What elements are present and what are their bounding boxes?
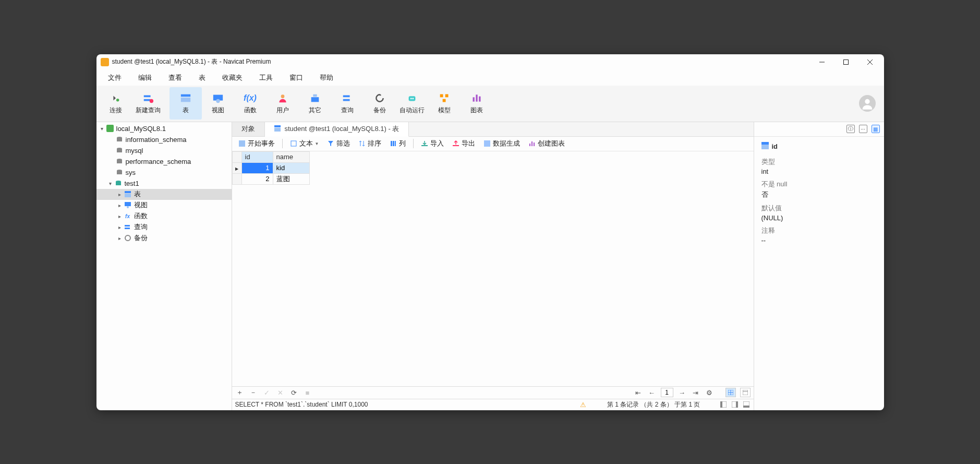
tool-other[interactable]: 其它 xyxy=(299,87,331,120)
tool-func[interactable]: f(x) 函数 xyxy=(234,87,267,120)
chevron-right-icon[interactable]: ▸ xyxy=(116,224,124,230)
import-button[interactable]: 导入 xyxy=(418,138,447,149)
add-row-button[interactable]: ＋ xyxy=(235,388,245,397)
column-tab-icon[interactable]: ▦ xyxy=(872,125,880,133)
prop-label: 注释 xyxy=(761,226,877,235)
svg-rect-5 xyxy=(143,95,150,97)
text-mode-button[interactable]: 文本 ▼ xyxy=(287,138,322,149)
cell-id[interactable]: 2 xyxy=(241,173,273,184)
svg-point-44 xyxy=(125,235,130,241)
chevron-right-icon[interactable]: ▸ xyxy=(116,235,124,241)
table-row[interactable]: 2 蓝图 xyxy=(232,173,309,184)
chevron-right-icon[interactable]: ▸ xyxy=(116,192,124,197)
row-indicator[interactable] xyxy=(232,173,241,184)
refresh-button[interactable]: ⟳ xyxy=(289,389,299,397)
menu-file[interactable]: 文件 xyxy=(100,71,130,85)
cell-name[interactable]: kid xyxy=(273,162,309,173)
export-button[interactable]: 导出 xyxy=(449,138,478,149)
menu-view[interactable]: 查看 xyxy=(160,71,190,85)
tree-db-sys[interactable]: sys xyxy=(96,167,232,178)
tool-chart[interactable]: 图表 xyxy=(461,87,493,120)
delete-row-button[interactable]: － xyxy=(249,388,258,397)
cell-name[interactable]: 蓝图 xyxy=(273,173,309,184)
table-row[interactable]: 1 kid xyxy=(232,162,309,173)
columns-button[interactable]: 列 xyxy=(386,138,409,149)
prop-value: -- xyxy=(761,236,877,244)
close-button[interactable] xyxy=(858,54,882,70)
column-header-id[interactable]: id xyxy=(241,151,273,162)
tree-folder-views[interactable]: ▸ 视图 xyxy=(96,200,232,211)
maximize-button[interactable] xyxy=(834,54,858,70)
form-view-button[interactable] xyxy=(740,388,751,397)
filter-button[interactable]: 筛选 xyxy=(324,138,353,149)
next-page-button[interactable]: → xyxy=(677,389,687,397)
grid-view-button[interactable] xyxy=(725,388,736,397)
svg-rect-27 xyxy=(106,125,114,132)
tree-folder-query[interactable]: ▸ 查询 xyxy=(96,222,232,233)
svg-rect-56 xyxy=(531,141,533,146)
tool-query[interactable]: 查询 xyxy=(331,87,364,120)
chevron-down-icon[interactable]: ▾ xyxy=(107,181,114,186)
last-page-button[interactable]: ⇥ xyxy=(691,389,700,397)
panel-toggle-2-icon[interactable] xyxy=(731,400,739,409)
svg-rect-42 xyxy=(125,225,130,227)
tool-view[interactable]: 视图 xyxy=(202,87,234,120)
svg-rect-66 xyxy=(736,401,738,408)
menu-table[interactable]: 表 xyxy=(190,71,214,85)
data-grid[interactable]: id name 1 kid 2 蓝图 xyxy=(232,151,754,386)
minimize-button[interactable] xyxy=(810,54,834,70)
tool-user[interactable]: 用户 xyxy=(267,87,299,120)
text-icon xyxy=(290,140,297,147)
menu-window[interactable]: 窗口 xyxy=(281,71,311,85)
tree-folder-func[interactable]: ▸ fx 函数 xyxy=(96,211,232,222)
commit-button[interactable]: ✓ xyxy=(262,389,272,397)
panel-toggle-1-icon[interactable] xyxy=(719,400,728,409)
info-tab-icon[interactable]: ⓘ xyxy=(846,125,855,133)
begin-transaction-button[interactable]: 开始事务 xyxy=(235,138,278,149)
menu-edit[interactable]: 编辑 xyxy=(130,71,160,85)
column-header-name[interactable]: name xyxy=(273,151,309,162)
prev-page-button[interactable]: ← xyxy=(647,389,657,397)
first-page-button[interactable]: ⇤ xyxy=(634,389,643,397)
datagen-button[interactable]: 数据生成 xyxy=(480,138,523,149)
chevron-right-icon[interactable]: ▸ xyxy=(116,213,124,219)
tree-db-test1[interactable]: ▾ test1 xyxy=(96,178,232,189)
cell-id[interactable]: 1 xyxy=(241,162,273,173)
tree-connection[interactable]: ▾ local_MySQL8.1 xyxy=(96,123,232,134)
tree-folder-tables[interactable]: ▸ 表 xyxy=(96,189,232,200)
tab-objects[interactable]: 对象 xyxy=(232,122,265,136)
panel-toggle-3-icon[interactable] xyxy=(742,400,751,409)
tree-db-performance-schema[interactable]: performance_schema xyxy=(96,156,232,167)
svg-rect-33 xyxy=(117,160,122,163)
tree-db-information-schema[interactable]: information_schema xyxy=(96,134,232,145)
row-header-corner[interactable] xyxy=(232,151,241,162)
tool-model[interactable]: 模型 xyxy=(428,87,461,120)
tool-connect[interactable]: 连接 xyxy=(100,87,132,120)
database-open-icon xyxy=(114,179,123,187)
settings-button[interactable]: ⚙ xyxy=(705,389,714,397)
page-input[interactable] xyxy=(661,388,673,397)
prop-value: (NULL) xyxy=(761,214,877,222)
svg-rect-24 xyxy=(476,94,477,101)
createchart-button[interactable]: 创建图表 xyxy=(525,138,568,149)
tree-db-mysql[interactable]: mysql xyxy=(96,145,232,156)
tab-student-table[interactable]: student @test1 (local_MySQL8.1) - 表 xyxy=(265,122,409,137)
tool-table[interactable]: 表 xyxy=(170,87,202,120)
avatar[interactable] xyxy=(859,95,876,112)
chevron-down-icon[interactable]: ▾ xyxy=(99,126,106,132)
menu-tools[interactable]: 工具 xyxy=(251,71,281,85)
tool-auto[interactable]: 自动运行 xyxy=(396,87,428,120)
chevron-right-icon[interactable]: ▸ xyxy=(116,203,124,208)
tool-newquery[interactable]: 新建查询 xyxy=(132,87,164,120)
prop-label: 默认值 xyxy=(761,204,877,213)
ddl-tab-icon[interactable]: ··· xyxy=(859,125,867,133)
cancel-button[interactable]: ✕ xyxy=(276,389,285,397)
tool-backup[interactable]: 备份 xyxy=(364,87,396,120)
sort-button[interactable]: 排序 xyxy=(355,138,384,149)
tree-folder-backup[interactable]: ▸ 备份 xyxy=(96,233,232,244)
menu-help[interactable]: 帮助 xyxy=(311,71,342,85)
newquery-icon xyxy=(142,92,154,104)
menu-fav[interactable]: 收藏夹 xyxy=(214,71,251,85)
row-indicator[interactable] xyxy=(232,162,241,173)
stop-button[interactable]: ■ xyxy=(303,389,312,397)
